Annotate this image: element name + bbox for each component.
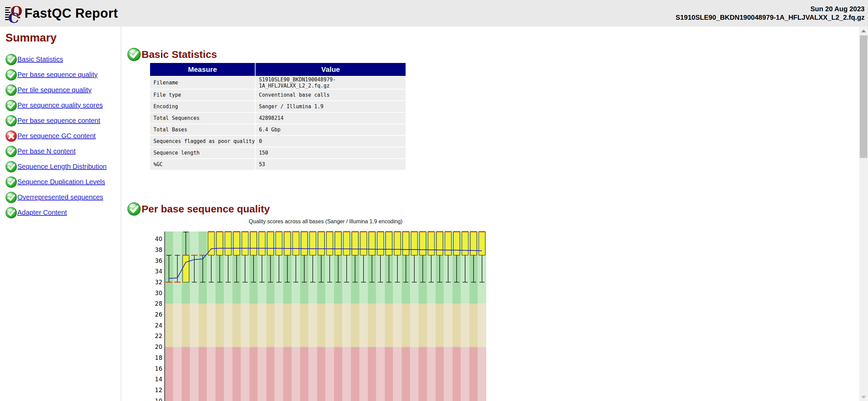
pass-icon — [5, 207, 17, 219]
scroll-up-button[interactable] — [859, 27, 868, 35]
sidebar-item-per-base-sequence-content: Per base sequence content — [5, 113, 121, 128]
pass-icon — [5, 146, 17, 157]
measure-cell: Sequences flagged as poor quality — [150, 136, 255, 147]
report-date: Sun 20 Aug 2023 — [676, 5, 865, 13]
value-cell: 53 — [256, 159, 406, 170]
sidebar-link-sequence-duplication-levels[interactable]: Sequence Duplication Levels — [17, 178, 105, 186]
content: Summary Basic Statistics Per base sequen… — [0, 27, 868, 401]
sidebar-item-per-sequence-quality-scores: Per sequence quality scores — [5, 98, 121, 113]
section-heading: Per base sequence quality — [127, 202, 868, 216]
table-row: Encoding Sanger / Illumina 1.9 — [150, 101, 406, 112]
pass-icon — [5, 54, 17, 65]
svg-text:22: 22 — [155, 333, 162, 339]
sidebar-item-per-sequence-gc-content: Per sequence GC content — [5, 128, 121, 144]
pass-icon — [5, 84, 17, 96]
table-row: Filename S1910SLE90_BKDN190048979-1A_HFL… — [150, 77, 406, 89]
pass-icon — [127, 48, 141, 61]
sidebar-link-adapter-content[interactable]: Adapter Content — [17, 209, 67, 216]
scrollbar[interactable] — [859, 27, 868, 401]
svg-text:10: 10 — [155, 398, 162, 401]
measure-cell: File type — [150, 90, 255, 100]
svg-text:12: 12 — [155, 387, 162, 394]
value-cell: 150 — [256, 147, 406, 158]
main: Basic Statistics Measure Value Filename … — [121, 27, 868, 401]
value-cell: S1910SLE90_BKDN190048979-1A_HFLJVALXX_L2… — [256, 77, 406, 89]
svg-text:38: 38 — [155, 246, 162, 253]
sidebar-item-per-base-n-content: Per base N content — [5, 144, 121, 159]
sidebar-link-basic-statistics[interactable]: Basic Statistics — [17, 55, 63, 63]
pass-icon — [127, 202, 141, 216]
table-row: Sequences flagged as poor quality 0 — [150, 136, 406, 147]
column-header-measure: Measure — [150, 63, 255, 76]
svg-text:32: 32 — [155, 279, 162, 286]
table-row: Total Sequences 42898214 — [150, 113, 406, 124]
sidebar-item-sequence-length-distribution: Sequence Length Distribution — [5, 159, 121, 174]
quality-chart-wrap: Quality scores across all bases (Sanger … — [149, 219, 489, 401]
page-title: FastQC Report — [24, 6, 118, 21]
svg-text:14: 14 — [155, 376, 162, 383]
svg-text:16: 16 — [155, 365, 162, 372]
svg-text:34: 34 — [155, 268, 162, 275]
section-per-base-sequence-quality: Per base sequence quality Quality scores… — [127, 202, 868, 401]
svg-text:36: 36 — [155, 257, 162, 264]
measure-cell: %GC — [150, 159, 255, 170]
measure-cell: Filename — [150, 77, 255, 89]
pass-icon — [5, 161, 17, 173]
sidebar-link-per-sequence-gc-content[interactable]: Per sequence GC content — [17, 132, 96, 140]
sidebar-item-per-tile-sequence-quality: Per tile sequence quality — [5, 82, 121, 98]
sidebar-item-per-base-sequence-quality: Per base sequence quality — [5, 67, 121, 82]
value-cell: Conventional base calls — [256, 90, 406, 100]
sidebar-link-per-base-sequence-content[interactable]: Per base sequence content — [17, 117, 100, 125]
sidebar-link-per-sequence-quality-scores[interactable]: Per sequence quality scores — [17, 101, 103, 109]
value-cell: Sanger / Illumina 1.9 — [256, 101, 406, 112]
svg-text:40: 40 — [155, 236, 162, 242]
pass-icon — [5, 192, 17, 203]
table-row: Sequence length 150 — [150, 147, 406, 158]
chart-title: Quality scores across all bases (Sanger … — [149, 219, 489, 226]
measure-cell: Total Sequences — [150, 113, 255, 124]
value-cell: 6.4 Gbp — [256, 124, 406, 135]
table-row: Total Bases 6.4 Gbp — [150, 124, 406, 135]
column-header-value: Value — [256, 63, 406, 76]
svg-text:30: 30 — [155, 290, 162, 296]
brand: Q C FastQC Report — [0, 2, 118, 24]
report-filename: S1910SLE90_BKDN190048979-1A_HFLJVALXX_L2… — [676, 13, 865, 22]
pass-icon — [5, 176, 17, 188]
summary-heading: Summary — [5, 31, 121, 44]
sidebar-item-sequence-duplication-levels: Sequence Duplication Levels — [5, 174, 121, 190]
value-cell: 42898214 — [256, 113, 406, 124]
sidebar-item-overrepresented-sequences: Overrepresented sequences — [5, 190, 121, 205]
header: Q C FastQC Report Sun 20 Aug 2023 S1910S… — [0, 0, 868, 27]
fail-icon — [5, 130, 17, 142]
sidebar-link-per-base-sequence-quality[interactable]: Per base sequence quality — [17, 71, 98, 79]
svg-text:26: 26 — [155, 311, 162, 318]
summary-list: Basic Statistics Per base sequence quali… — [5, 52, 121, 220]
pass-icon — [5, 100, 17, 111]
pass-icon — [5, 69, 17, 81]
svg-text:18: 18 — [155, 354, 162, 361]
svg-text:C: C — [8, 10, 19, 24]
sidebar-item-adapter-content: Adapter Content — [5, 205, 121, 220]
scroll-down-button[interactable] — [859, 393, 868, 401]
sidebar-link-sequence-length-distribution[interactable]: Sequence Length Distribution — [17, 163, 107, 171]
svg-text:28: 28 — [155, 300, 162, 307]
pass-icon — [5, 115, 17, 127]
section-basic-statistics: Basic Statistics Measure Value Filename … — [127, 48, 868, 171]
table-row: %GC 53 — [150, 159, 406, 170]
table-header-row: Measure Value — [150, 63, 406, 76]
sidebar-link-per-tile-sequence-quality[interactable]: Per tile sequence quality — [17, 86, 92, 94]
measure-cell: Sequence length — [150, 147, 255, 158]
sidebar-item-basic-statistics: Basic Statistics — [5, 52, 121, 67]
per-base-quality-title: Per base sequence quality — [142, 203, 270, 215]
section-heading: Basic Statistics — [127, 48, 868, 61]
sidebar-link-per-base-n-content[interactable]: Per base N content — [17, 147, 76, 155]
basic-statistics-table: Measure Value Filename S1910SLE90_BKDN19… — [149, 62, 406, 171]
sidebar-link-overrepresented-sequences[interactable]: Overrepresented sequences — [17, 193, 103, 201]
svg-text:20: 20 — [155, 343, 162, 350]
sidebar: Summary Basic Statistics Per base sequen… — [0, 27, 121, 401]
measure-cell: Total Bases — [150, 124, 255, 135]
table-row: File type Conventional base calls — [150, 90, 406, 100]
scrollbar-thumb[interactable] — [860, 35, 867, 158]
measure-cell: Encoding — [150, 101, 255, 112]
file-meta: Sun 20 Aug 2023 S1910SLE90_BKDN190048979… — [676, 5, 868, 22]
